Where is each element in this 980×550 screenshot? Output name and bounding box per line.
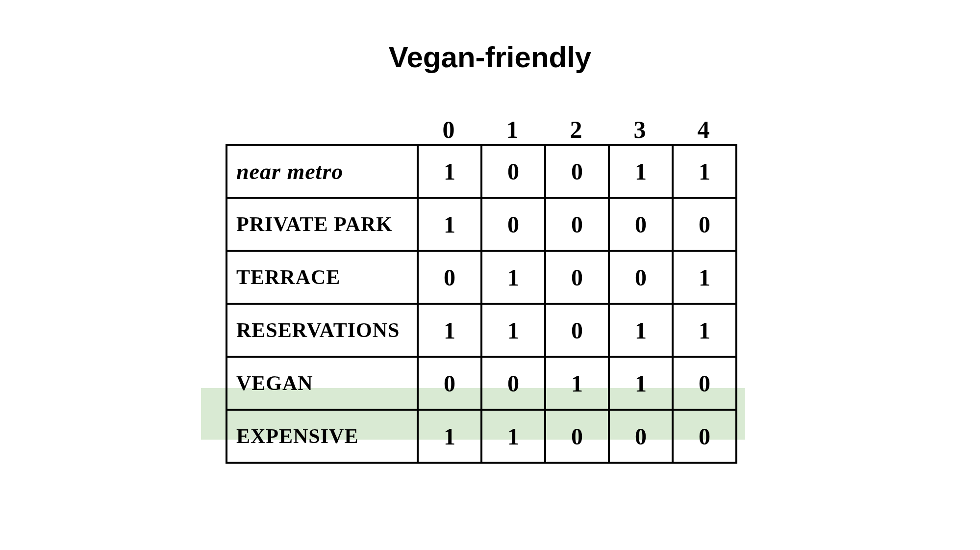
cell: 0 — [418, 251, 481, 304]
row-label-near-metro: near metro — [226, 145, 418, 198]
table-row: PRIVATE PARK 1 0 0 0 0 — [226, 198, 736, 251]
table-row: EXPENSIVE 1 1 0 0 0 — [226, 410, 736, 463]
row-label-reservations: RESERVATIONS — [226, 304, 418, 357]
cell: 1 — [545, 357, 609, 410]
cell: 0 — [609, 410, 673, 463]
cell: 0 — [609, 198, 673, 251]
cell: 1 — [418, 145, 481, 198]
col-header-4: 4 — [672, 115, 735, 144]
cell: 1 — [481, 304, 545, 357]
cell: 0 — [545, 251, 609, 304]
cell: 1 — [418, 304, 481, 357]
cell: 0 — [418, 357, 481, 410]
cell: 0 — [481, 357, 545, 410]
cell: 0 — [673, 357, 736, 410]
data-table: near metro 1 0 0 1 1 PRIVATE PARK 1 0 0 … — [226, 144, 737, 464]
cell: 0 — [545, 410, 609, 463]
cell: 0 — [673, 410, 736, 463]
cell: 1 — [609, 145, 673, 198]
feature-table: 0 1 2 3 4 near metro 1 0 0 1 1 PRIVATE P… — [226, 115, 740, 464]
table-row: near metro 1 0 0 1 1 — [226, 145, 736, 198]
row-label-expensive: EXPENSIVE — [226, 410, 418, 463]
col-header-1: 1 — [480, 115, 544, 144]
cell: 0 — [481, 198, 545, 251]
page-title: Vegan-friendly — [389, 40, 591, 74]
cell: 1 — [609, 357, 673, 410]
col-header-3: 3 — [608, 115, 672, 144]
cell: 0 — [673, 198, 736, 251]
cell: 0 — [481, 145, 545, 198]
col-header-0: 0 — [417, 115, 480, 144]
cell: 1 — [609, 304, 673, 357]
col-header-2: 2 — [544, 115, 608, 144]
row-label-terrace: TERRACE — [226, 251, 418, 304]
cell: 1 — [481, 410, 545, 463]
cell: 0 — [545, 198, 609, 251]
cell: 1 — [418, 198, 481, 251]
cell: 0 — [545, 145, 609, 198]
table-row-highlighted: VEGAN 0 0 1 1 0 — [226, 357, 736, 410]
cell: 1 — [673, 304, 736, 357]
table-row: RESERVATIONS 1 1 0 1 1 — [226, 304, 736, 357]
cell: 1 — [481, 251, 545, 304]
row-label-vegan: VEGAN — [226, 357, 418, 410]
cell: 1 — [673, 251, 736, 304]
cell: 0 — [609, 251, 673, 304]
cell: 1 — [418, 410, 481, 463]
column-headers: 0 1 2 3 4 — [226, 115, 740, 144]
table-row: TERRACE 0 1 0 0 1 — [226, 251, 736, 304]
row-label-private-park: PRIVATE PARK — [226, 198, 418, 251]
cell: 0 — [545, 304, 609, 357]
cell: 1 — [673, 145, 736, 198]
